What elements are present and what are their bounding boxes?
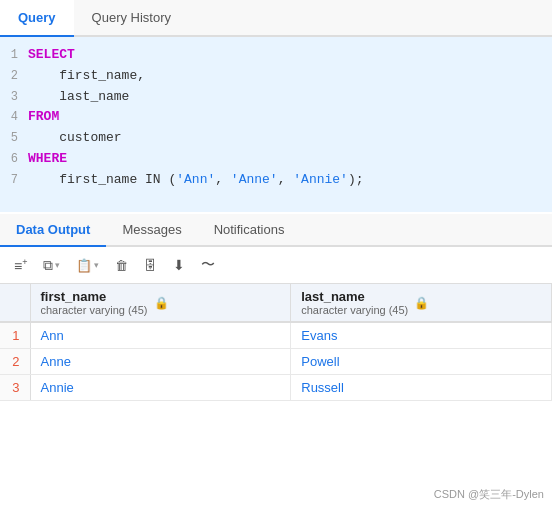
copy-dropdown-arrow: ▾: [55, 260, 60, 270]
paste-dropdown-arrow: ▾: [94, 260, 99, 270]
code-token-normal: ,: [278, 172, 294, 187]
code-line: 2 first_name,: [0, 66, 552, 87]
line-number: 3: [0, 88, 28, 107]
col-type-last-name: character varying (45): [301, 304, 408, 316]
code-token-kw: WHERE: [28, 151, 67, 166]
bottom-tabs-bar: Data Output Messages Notifications: [0, 214, 552, 247]
cell-last-name: Russell: [291, 375, 552, 401]
line-number: 7: [0, 171, 28, 190]
col-header-first-name[interactable]: first_name character varying (45) 🔒: [30, 284, 291, 322]
code-token-kw: SELECT: [28, 47, 75, 62]
cell-last-name: Evans: [291, 322, 552, 349]
code-token-kw: FROM: [28, 109, 59, 124]
col-name-first-name: first_name: [41, 289, 148, 304]
code-token-normal: last_name: [28, 89, 129, 104]
col-header-last-name[interactable]: last_name character varying (45) 🔒: [291, 284, 552, 322]
toolbar: ≡+ ⧉ ▾ 📋 ▾ 🗑 🗄 ⬇ 〜: [0, 247, 552, 284]
code-content: SELECT: [28, 45, 75, 66]
download-icon: ⬇: [173, 257, 185, 273]
db-icon: 🗄: [144, 258, 157, 273]
code-token-normal: first_name IN (: [28, 172, 176, 187]
tab-notifications[interactable]: Notifications: [198, 214, 301, 245]
add-row-icon: ≡+: [14, 257, 27, 274]
paste-icon: 📋: [76, 258, 92, 273]
code-content: first_name,: [28, 66, 145, 87]
table-row: 2AnnePowell: [0, 349, 552, 375]
code-line: 3 last_name: [0, 87, 552, 108]
top-tabs-bar: Query Query History: [0, 0, 552, 37]
code-line: 4FROM: [0, 107, 552, 128]
data-table: first_name character varying (45) 🔒 last…: [0, 284, 552, 401]
watermark: CSDN @笑三年-Dylen: [434, 487, 544, 502]
add-row-button[interactable]: ≡+: [8, 253, 33, 278]
row-number: 2: [0, 349, 30, 375]
chart-icon: 〜: [201, 256, 215, 274]
query-editor[interactable]: 1SELECT2 first_name,3 last_name4FROM5 cu…: [0, 37, 552, 212]
code-token-str: 'Ann': [176, 172, 215, 187]
code-token-str: 'Annie': [293, 172, 348, 187]
code-line: 7 first_name IN ('Ann', 'Anne', 'Annie')…: [0, 170, 552, 191]
row-number: 1: [0, 322, 30, 349]
line-number: 4: [0, 108, 28, 127]
code-token-str: 'Anne': [231, 172, 278, 187]
line-number: 5: [0, 129, 28, 148]
code-content: first_name IN ('Ann', 'Anne', 'Annie');: [28, 170, 364, 191]
download-button[interactable]: ⬇: [167, 253, 191, 277]
lock-icon-first-name: 🔒: [154, 296, 169, 310]
code-token-normal: ,: [215, 172, 231, 187]
delete-button[interactable]: 🗑: [109, 254, 134, 277]
col-name-last-name: last_name: [301, 289, 408, 304]
col-header-rownum: [0, 284, 30, 322]
code-content: FROM: [28, 107, 59, 128]
code-content: WHERE: [28, 149, 67, 170]
cell-first-name: Ann: [30, 322, 291, 349]
code-line: 5 customer: [0, 128, 552, 149]
tab-query-history[interactable]: Query History: [74, 0, 189, 35]
row-number: 3: [0, 375, 30, 401]
delete-icon: 🗑: [115, 258, 128, 273]
tab-data-output[interactable]: Data Output: [0, 214, 106, 247]
tab-query[interactable]: Query: [0, 0, 74, 37]
copy-icon: ⧉: [43, 257, 53, 274]
line-number: 6: [0, 150, 28, 169]
line-number: 1: [0, 46, 28, 65]
col-type-first-name: character varying (45): [41, 304, 148, 316]
table-row: 1AnnEvans: [0, 322, 552, 349]
code-line: 6WHERE: [0, 149, 552, 170]
cell-first-name: Annie: [30, 375, 291, 401]
data-table-wrapper: first_name character varying (45) 🔒 last…: [0, 284, 552, 401]
code-token-normal: first_name,: [28, 68, 145, 83]
lock-icon-last-name: 🔒: [414, 296, 429, 310]
line-number: 2: [0, 67, 28, 86]
paste-button[interactable]: 📋 ▾: [70, 254, 105, 277]
chart-button[interactable]: 〜: [195, 252, 221, 278]
main-container: Query Query History 1SELECT2 first_name,…: [0, 0, 552, 510]
code-token-normal: );: [348, 172, 364, 187]
code-content: last_name: [28, 87, 129, 108]
code-token-normal: customer: [28, 130, 122, 145]
cell-last-name: Powell: [291, 349, 552, 375]
copy-button[interactable]: ⧉ ▾: [37, 253, 66, 278]
code-line: 1SELECT: [0, 45, 552, 66]
db-button[interactable]: 🗄: [138, 254, 163, 277]
code-content: customer: [28, 128, 122, 149]
cell-first-name: Anne: [30, 349, 291, 375]
tab-messages[interactable]: Messages: [106, 214, 197, 245]
table-row: 3AnnieRussell: [0, 375, 552, 401]
